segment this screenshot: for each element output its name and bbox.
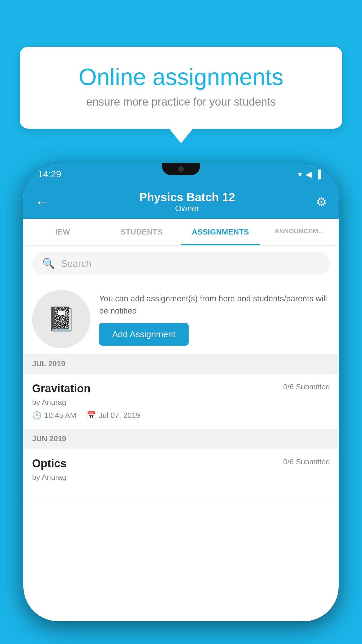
add-assignment-desc: You can add assignment(s) from here and …: [99, 293, 330, 317]
assignment-item-optics[interactable]: Optics 0/6 Submitted by Anurag: [23, 449, 339, 495]
assignment-submitted-optics: 0/6 Submitted: [283, 457, 330, 466]
front-camera: [178, 166, 184, 172]
tab-assignments[interactable]: ASSIGNMENTS: [181, 219, 260, 245]
app-bar-title-group: Physics Batch 12 Owner: [58, 191, 316, 213]
app-bar-subtitle: Owner: [58, 204, 316, 213]
bubble-title: Online assignments: [40, 64, 322, 90]
search-bar: 🔍 Search: [23, 246, 339, 281]
calendar-icon: 📅: [87, 411, 96, 420]
assignment-time: 🕐 10:45 AM: [32, 411, 76, 420]
status-icons: ▾ ◀ ▐: [298, 169, 321, 179]
assignment-by-optics: by Anurag: [32, 473, 330, 482]
add-assignment-right: You can add assignment(s) from here and …: [99, 293, 330, 346]
bubble-subtitle: ensure more practice for your students: [40, 96, 322, 108]
search-placeholder: Search: [61, 258, 92, 269]
status-time: 14:29: [38, 169, 61, 180]
section-header-jun-label: JUN 2019: [32, 434, 66, 443]
phone-inner: ← Physics Batch 12 Owner ⚙ IEW STUDENTS …: [23, 185, 339, 621]
signal-icon: ◀: [305, 169, 312, 179]
assignment-title-optics: Optics: [32, 457, 66, 470]
clock-icon: 🕐: [32, 411, 41, 420]
app-bar-title: Physics Batch 12: [58, 191, 316, 204]
battery-icon: ▐: [315, 170, 321, 179]
assignment-item-header-optics: Optics 0/6 Submitted: [32, 457, 330, 470]
tab-announcements[interactable]: ANNOUNCEM...: [260, 219, 339, 245]
notebook-icon: 📓: [47, 305, 76, 333]
assignment-title-gravitation: Gravitation: [32, 382, 91, 395]
assignment-item-header: Gravitation 0/6 Submitted: [32, 382, 330, 395]
add-assignment-section: 📓 You can add assignment(s) from here an…: [23, 281, 339, 354]
tab-students[interactable]: STUDENTS: [102, 219, 181, 245]
search-icon: 🔍: [42, 258, 55, 270]
assignment-meta-gravitation: 🕐 10:45 AM 📅 Jul 07, 2019: [32, 411, 330, 420]
assignment-time-value: 10:45 AM: [44, 411, 76, 420]
section-header-jun: JUN 2019: [23, 429, 339, 449]
tab-iew[interactable]: IEW: [23, 219, 102, 245]
phone: 14:29 ▾ ◀ ▐ ← Physics Batch 12 Owner ⚙ I…: [23, 163, 339, 621]
assignment-by-gravitation: by Anurag: [32, 398, 330, 407]
add-assignment-button[interactable]: Add Assignment: [99, 323, 189, 346]
section-header-jul: JUL 2019: [23, 354, 339, 374]
wifi-icon: ▾: [298, 169, 302, 179]
app-bar: ← Physics Batch 12 Owner ⚙: [23, 185, 339, 219]
assignment-date-value: Jul 07, 2019: [99, 411, 140, 420]
notch: [162, 163, 200, 175]
assignment-submitted-gravitation: 0/6 Submitted: [283, 382, 330, 391]
search-input-wrapper[interactable]: 🔍 Search: [32, 252, 330, 275]
assignment-date: 📅 Jul 07, 2019: [87, 411, 140, 420]
assignment-item-gravitation[interactable]: Gravitation 0/6 Submitted by Anurag 🕐 10…: [23, 374, 339, 429]
assignment-icon-circle: 📓: [32, 290, 90, 348]
section-header-jul-label: JUL 2019: [32, 359, 65, 368]
settings-button[interactable]: ⚙: [316, 195, 327, 209]
tab-bar: IEW STUDENTS ASSIGNMENTS ANNOUNCEM...: [23, 219, 339, 246]
phone-container: 14:29 ▾ ◀ ▐ ← Physics Batch 12 Owner ⚙ I…: [23, 163, 339, 644]
status-bar: 14:29 ▾ ◀ ▐: [23, 163, 339, 185]
back-button[interactable]: ←: [35, 194, 50, 211]
speech-bubble: Online assignments ensure more practice …: [20, 47, 342, 129]
